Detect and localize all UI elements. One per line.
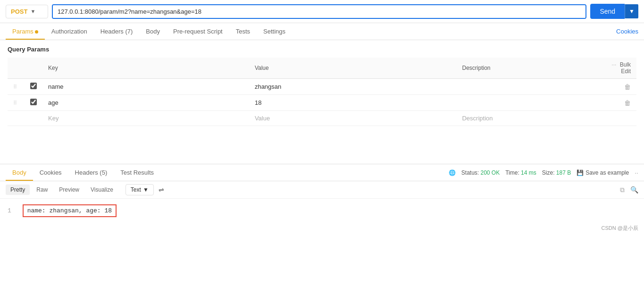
tab-headers[interactable]: Headers (7) [94, 23, 140, 40]
row-description [456, 95, 605, 111]
row-checkbox[interactable] [30, 83, 37, 89]
status-label: Status: 200 OK [461, 169, 500, 176]
format-tab-raw[interactable]: Raw [32, 185, 52, 195]
row-actions [606, 111, 636, 126]
drag-icon: ⠿ [13, 84, 19, 90]
col-header-value: Value [249, 58, 457, 79]
save-icon: 💾 [577, 169, 584, 176]
delete-icon[interactable]: 🗑 [624, 83, 631, 91]
size-value: 187 B [556, 169, 571, 176]
row-value[interactable]: Value [249, 111, 457, 126]
bulk-edit-button[interactable]: Bulk Edit [620, 61, 631, 75]
url-input-wrapper [52, 4, 586, 19]
size-label: Size: 187 B [542, 169, 571, 176]
params-section: Query Params Key Value Description ··· B… [0, 40, 644, 126]
format-tab-visualize[interactable]: Visualize [86, 185, 118, 195]
more-options-icon[interactable]: ·· [635, 169, 638, 177]
row-description [456, 79, 605, 95]
response-tab-body[interactable]: Body [6, 164, 33, 181]
drag-icon: ⠿ [13, 100, 19, 106]
time-label: Time: 14 ms [505, 169, 536, 176]
line-number: 1 [8, 207, 11, 214]
response-tab-cookies[interactable]: Cookies [33, 164, 68, 181]
method-dropdown-arrow: ▼ [30, 8, 35, 14]
col-header-key: Key [42, 58, 249, 79]
url-input[interactable] [53, 5, 585, 18]
response-meta: 🌐 Status: 200 OK Time: 14 ms Size: 187 B… [449, 169, 638, 177]
globe-icon: 🌐 [449, 169, 456, 176]
row-checkbox[interactable] [30, 99, 37, 105]
format-tab-pretty[interactable]: Pretty [6, 185, 30, 195]
row-checkbox-cell[interactable] [25, 95, 42, 111]
status-value: 200 OK [481, 169, 500, 176]
response-section: Body Cookies Headers (5) Test Results 🌐 … [0, 164, 644, 223]
row-key[interactable]: Key [42, 111, 249, 126]
response-body: 1 name: zhangsan, age: 18 [0, 199, 644, 223]
save-example-button[interactable]: 💾 Save as example [577, 169, 629, 176]
query-params-title: Query Params [8, 46, 636, 53]
row-value: zhangsan [249, 79, 457, 95]
col-header-actions: ··· Bulk Edit [606, 58, 636, 79]
text-format-dropdown[interactable]: Text ▼ [125, 184, 154, 195]
row-key: name [42, 79, 249, 95]
time-value: 14 ms [521, 169, 536, 176]
search-icon[interactable]: 🔍 [630, 186, 638, 194]
tab-body[interactable]: Body [139, 23, 167, 40]
params-dot [35, 30, 38, 34]
send-dropdown-button[interactable]: ▼ [625, 4, 638, 18]
response-tab-headers[interactable]: Headers (5) [68, 164, 114, 181]
col-header-description: Description [456, 58, 605, 79]
row-drag-cell: ⠿ [8, 79, 25, 95]
params-table: Key Value Description ··· Bulk Edit ⠿ na… [8, 58, 636, 126]
footer-note: CSDN @是小辰 [0, 223, 644, 234]
tab-authorization[interactable]: Authorization [45, 23, 94, 40]
method-label: POST [11, 8, 27, 15]
cookies-link[interactable]: Cookies [616, 28, 638, 35]
delete-icon[interactable]: 🗑 [624, 99, 631, 107]
row-actions: 🗑 [606, 79, 636, 95]
row-actions: 🗑 [606, 95, 636, 111]
row-drag-cell: ⠿ [8, 95, 25, 111]
text-dropdown-arrow: ▼ [143, 186, 149, 193]
tab-prerequest[interactable]: Pre-request Script [167, 23, 229, 40]
ellipsis-icon: ··· [611, 61, 616, 68]
tab-tests[interactable]: Tests [229, 23, 257, 40]
response-tab-bar: Body Cookies Headers (5) Test Results 🌐 … [0, 164, 644, 181]
copy-icon[interactable]: ⧉ [620, 186, 625, 194]
url-bar: POST ▼ Send ▼ [0, 0, 644, 23]
row-description[interactable]: Description [456, 111, 605, 126]
send-button[interactable]: Send [590, 4, 625, 19]
request-tab-bar: Params Authorization Headers (7) Body Pr… [0, 23, 644, 40]
empty-space [0, 126, 644, 164]
row-checkbox-cell [25, 111, 42, 126]
format-tab-preview[interactable]: Preview [54, 185, 84, 195]
format-toolbar: Pretty Raw Preview Visualize Text ▼ ⇌ ⧉ … [0, 181, 644, 199]
row-checkbox-cell[interactable] [25, 79, 42, 95]
tab-settings[interactable]: Settings [257, 23, 292, 40]
response-tab-test-results[interactable]: Test Results [114, 164, 160, 181]
row-value: 18 [249, 95, 457, 111]
send-button-group: Send ▼ [590, 4, 638, 19]
wrap-icon[interactable]: ⇌ [159, 186, 164, 194]
response-content: name: zhangsan, age: 18 [23, 204, 117, 217]
row-drag-cell [8, 111, 25, 126]
row-key: age [42, 95, 249, 111]
method-select[interactable]: POST ▼ [6, 5, 48, 18]
tab-params[interactable]: Params [6, 23, 45, 40]
